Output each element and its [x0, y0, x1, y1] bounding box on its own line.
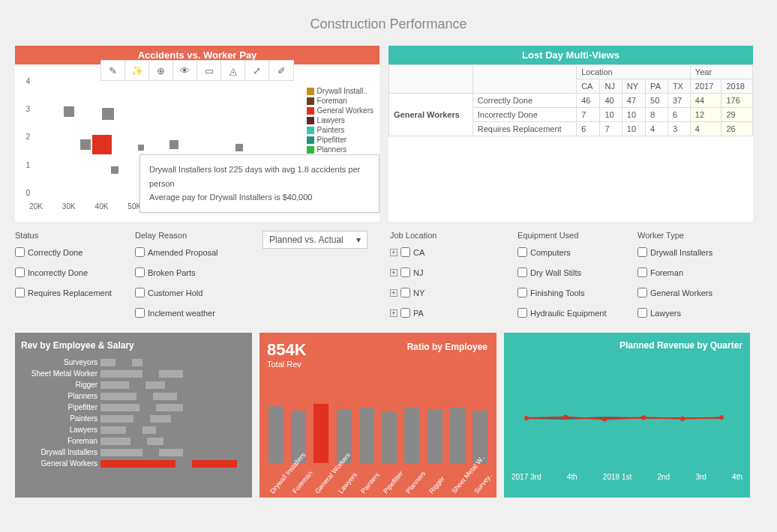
- svg-point-4: [680, 417, 685, 421]
- cell: 8: [646, 108, 668, 122]
- scatter-legend: Drywall Install..ForemanGeneral WorkersL…: [307, 87, 374, 155]
- edit-icon[interactable]: ✐: [269, 61, 293, 80]
- planned-x-label: 4th: [567, 473, 578, 481]
- delay-checkbox[interactable]: Customer Hold: [135, 288, 248, 297]
- legend-item[interactable]: Foreman: [307, 97, 374, 105]
- worker-checkbox[interactable]: Drywall Installers: [638, 247, 742, 257]
- col-header: CA: [577, 79, 600, 94]
- joblocation-item[interactable]: +NY: [390, 288, 502, 297]
- ratio-label: Lawyers: [337, 479, 352, 495]
- y-tick: 2: [26, 133, 30, 141]
- scatter-point[interactable]: [102, 108, 114, 120]
- ratio-bar[interactable]: [428, 409, 442, 463]
- ratio-bar[interactable]: [450, 408, 465, 463]
- cell: 50: [646, 94, 668, 108]
- scatter-point[interactable]: [236, 144, 243, 151]
- y-tick: 3: [26, 105, 30, 113]
- joblocation-item[interactable]: +NJ: [390, 267, 502, 277]
- expand-icon[interactable]: +: [390, 289, 398, 297]
- ratio-label: Sheet Metal W..: [450, 479, 466, 495]
- ratio-bar[interactable]: [359, 408, 374, 463]
- scatter-point[interactable]: [80, 139, 91, 150]
- scatter-point[interactable]: [92, 135, 112, 154]
- expand-icon[interactable]: +: [390, 249, 398, 256]
- cell: 4: [690, 122, 722, 136]
- ratio-bar[interactable]: [382, 412, 397, 463]
- svg-point-1: [563, 414, 568, 419]
- delay-checkbox[interactable]: Broken Parts: [135, 267, 248, 277]
- equipment-checkbox[interactable]: Computers: [518, 247, 622, 257]
- worker-filter: Worker Type Drywall InstallersForemanGen…: [638, 231, 742, 327]
- row-label: Correctly Done: [472, 94, 576, 108]
- ratio-label: Planners: [404, 479, 420, 495]
- cell: 37: [668, 94, 690, 108]
- joblocation-item[interactable]: +PA: [390, 308, 502, 318]
- expand-icon[interactable]: +: [390, 269, 398, 276]
- planned-x-label: 2nd: [657, 473, 670, 481]
- zoom-icon[interactable]: ⊕: [149, 61, 173, 80]
- worker-checkbox[interactable]: Lawyers: [638, 308, 742, 318]
- y-axis: 01234: [15, 75, 33, 201]
- row-label: Incorrectly Done: [472, 108, 576, 122]
- cell: 12: [690, 108, 722, 122]
- select-value: Planned vs. Actual: [269, 235, 344, 245]
- cell: 26: [722, 122, 753, 136]
- x-tick: 20K: [29, 202, 43, 211]
- equipment-checkbox[interactable]: Finishing Tools: [518, 288, 622, 297]
- worker-checkbox[interactable]: General Workers: [638, 288, 742, 297]
- ratio-bar[interactable]: [314, 404, 328, 463]
- ratio-labels: Drywall InstallersForemanGeneral Workers…: [268, 486, 488, 493]
- planned-x-label: 3rd: [695, 473, 706, 481]
- ratio-panel: Ratio by Employee 854K Total Rev Drywall…: [260, 333, 496, 498]
- legend-item[interactable]: General Workers: [307, 106, 374, 115]
- row-label: Requires Replacement: [472, 122, 576, 136]
- expand-icon[interactable]: +: [390, 309, 398, 317]
- ratio-title: Ratio by Employee: [407, 342, 488, 352]
- legend-item[interactable]: Drywall Install..: [307, 87, 374, 95]
- cell: 6: [577, 122, 600, 136]
- lasso-icon[interactable]: ◬: [221, 61, 245, 80]
- cell: 10: [622, 122, 645, 136]
- legend-item[interactable]: Pipefitter: [307, 136, 374, 144]
- planned-x-label: 2017 3rd: [512, 473, 541, 481]
- worker-checkbox[interactable]: Foreman: [638, 267, 742, 277]
- legend-item[interactable]: Painters: [307, 126, 374, 134]
- x-tick: 40K: [95, 202, 109, 211]
- equipment-checkbox[interactable]: Dry Wall Stilts: [518, 267, 622, 277]
- wand-icon[interactable]: ✨: [125, 61, 149, 80]
- planned-x-labels: 2017 3rd4th2018 1st2nd3rd4th: [512, 473, 742, 481]
- select-icon[interactable]: ▭: [197, 61, 221, 80]
- delay-checkbox[interactable]: Amended Proposal: [135, 247, 248, 257]
- delay-checkbox[interactable]: Inclement weather: [135, 308, 248, 318]
- planned-line-chart: [512, 381, 736, 463]
- legend-item[interactable]: Lawyers: [307, 116, 374, 124]
- joblocation-item[interactable]: +CA: [390, 247, 502, 257]
- scatter-point[interactable]: [64, 106, 74, 117]
- cell: 7: [577, 108, 600, 122]
- ratio-label: Painters: [359, 479, 375, 495]
- scatter-point[interactable]: [111, 166, 118, 174]
- equipment-checkbox[interactable]: Hydraulic Equipment: [518, 308, 622, 318]
- status-checkbox[interactable]: Requires Replacement: [15, 288, 120, 297]
- rev-row: Rigger: [21, 379, 246, 390]
- ratio-bar[interactable]: [404, 408, 419, 463]
- legend-item[interactable]: Planners: [307, 145, 374, 154]
- planned-actual-select[interactable]: Planned vs. Actual ▾: [262, 231, 368, 249]
- ratio-bar[interactable]: [268, 406, 284, 464]
- scatter-point[interactable]: [170, 140, 178, 149]
- scatter-point[interactable]: [138, 145, 144, 151]
- expand-icon[interactable]: ⤢: [245, 61, 269, 80]
- joblocation-filter: Job Location +CA+NJ+NY+PA: [390, 231, 502, 327]
- status-checkbox[interactable]: Incorrectly Done: [15, 267, 120, 277]
- scatter-panel: Accidents vs. Worker Pay ✎ ✨ ⊕ 👁 ▭ ◬ ⤢ ✐…: [15, 46, 380, 222]
- pencil-icon[interactable]: ✎: [101, 61, 125, 80]
- col-header: PA: [646, 79, 668, 94]
- x-tick: 30K: [62, 202, 76, 211]
- status-checkbox[interactable]: Correctly Done: [15, 247, 120, 257]
- eye-off-icon[interactable]: 👁: [173, 61, 197, 80]
- table-title: Lost Day Multi-Views: [388, 46, 753, 64]
- planned-title: Planned Revenue by Quarter: [512, 340, 742, 351]
- rev-row: Surveyors: [21, 357, 246, 368]
- rev-row: Sheet Metal Worker: [21, 368, 246, 379]
- rev-panel: Rev by Employee & Salary SurveyorsSheet …: [15, 333, 252, 498]
